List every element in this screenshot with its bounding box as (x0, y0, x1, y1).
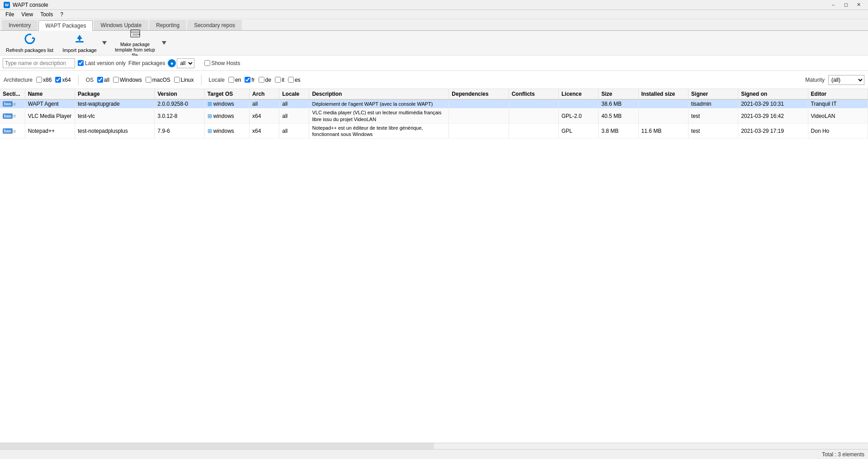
tab-wapt-packages[interactable]: WAPT Packages (38, 20, 93, 31)
col-installed-size[interactable]: Installed size (638, 89, 688, 99)
show-hosts-label: Show Hosts (211, 60, 240, 66)
cell-version: 7.9-6 (155, 123, 204, 139)
show-hosts-checkbox[interactable] (204, 60, 210, 66)
cell-licence: GPL-2.0 (559, 108, 599, 124)
cell-package: test-vlc (75, 108, 155, 124)
col-licence[interactable]: Licence (559, 89, 599, 99)
cell-dependencies (449, 108, 509, 124)
arch-x64-checkbox[interactable] (55, 77, 61, 83)
make-icon (129, 28, 141, 41)
locale-en-item: en (228, 77, 241, 83)
col-dependencies[interactable]: Dependencies (449, 89, 509, 99)
locale-en-checkbox[interactable] (228, 77, 234, 83)
table-row[interactable]: bas e WAPT Agenttest-waptupgrade2.0.0.92… (0, 99, 868, 108)
cell-description: Déploiement de l'agent WAPT (avec la con… (309, 99, 449, 108)
arch-x86-checkbox[interactable] (36, 77, 42, 83)
horizontal-scrollbar[interactable] (0, 443, 868, 449)
col-name[interactable]: Name (25, 89, 75, 99)
table-body: bas e WAPT Agenttest-waptupgrade2.0.0.92… (0, 99, 868, 139)
tab-inventory[interactable]: Inventory (2, 20, 38, 30)
cell-licence (559, 99, 599, 108)
arch-x86-item: x86 (36, 77, 52, 83)
table-row[interactable]: bas e VLC Media Playertest-vlc3.0.12-8 ⊞… (0, 108, 868, 124)
os-linux-label: Linux (181, 77, 194, 83)
menu-view[interactable]: View (18, 10, 37, 19)
os-macos-checkbox[interactable] (146, 77, 151, 83)
col-arch[interactable]: Arch (250, 89, 279, 99)
col-editor[interactable]: Editor (808, 89, 868, 99)
locale-fr-checkbox[interactable] (245, 77, 250, 83)
search-input[interactable] (3, 58, 75, 68)
locale-en-label: en (235, 77, 241, 83)
import-package-button[interactable]: Import package (58, 32, 101, 54)
refresh-label: Refresh packages list (6, 47, 53, 53)
os-all-label: all (104, 77, 109, 83)
cell-description: VLC media player (VLC) est un lecteur mu… (309, 108, 449, 124)
table-row[interactable]: bas e Notepad++test-notepadplusplus7.9-6… (0, 123, 868, 139)
col-section[interactable]: Secti... (0, 89, 25, 99)
menu-bar: File View Tools ? (0, 10, 868, 19)
architecture-label: Architecture (4, 77, 33, 83)
cell-editor: Tranquil IT (808, 99, 868, 108)
arch-bar: Architecture x86 x64 OS all Windows (0, 71, 868, 89)
locale-de-checkbox[interactable] (259, 77, 264, 83)
cell-conflicts (509, 123, 558, 139)
cell-description: Notepad++ est un éditeur de texte libre … (309, 123, 449, 139)
locale-it-label: it (282, 77, 284, 83)
status-bar: Total : 3 elements (0, 449, 868, 459)
maturity-select[interactable]: (all) PROD BETA (828, 75, 864, 85)
locale-label: Locale (209, 77, 225, 83)
cell-signer: test (688, 108, 738, 124)
svg-marker-9 (162, 41, 166, 45)
os-linux-checkbox[interactable] (174, 77, 180, 83)
cell-size: 40.5 MB (599, 108, 638, 124)
os-windows-checkbox[interactable] (113, 77, 119, 83)
menu-tools[interactable]: Tools (37, 10, 57, 19)
separator-1 (78, 75, 79, 85)
tab-secondary-repos[interactable]: Secondary repos (187, 20, 242, 30)
cell-installed-size (638, 99, 688, 108)
col-size[interactable]: Size (599, 89, 638, 99)
os-all-checkbox[interactable] (97, 77, 103, 83)
window-controls: − ◻ ✕ (827, 1, 864, 9)
locale-es-item: es (288, 77, 301, 83)
refresh-icon (24, 33, 36, 47)
last-version-checkbox[interactable] (78, 60, 84, 66)
menu-file[interactable]: File (2, 10, 18, 19)
import-icon (74, 33, 85, 47)
import-label: Import package (62, 47, 97, 53)
cell-section: bas e (0, 99, 25, 108)
col-version[interactable]: Version (155, 89, 204, 99)
col-package[interactable]: Package (75, 89, 155, 99)
filter-packages-select[interactable]: all (177, 58, 194, 68)
cell-size: 3.8 MB (599, 123, 638, 139)
cell-size: 38.6 MB (599, 99, 638, 108)
menu-help[interactable]: ? (57, 10, 67, 19)
arch-x86-label: x86 (43, 77, 52, 83)
cell-dependencies (449, 123, 509, 139)
tab-reporting[interactable]: Reporting (149, 20, 186, 30)
cell-signer: test (688, 123, 738, 139)
cell-dependencies (449, 99, 509, 108)
locale-it-checkbox[interactable] (275, 77, 281, 83)
col-description[interactable]: Description (309, 89, 449, 99)
restore-button[interactable]: ◻ (840, 1, 852, 9)
close-button[interactable]: ✕ (853, 1, 864, 9)
locale-es-checkbox[interactable] (288, 77, 294, 83)
cell-version: 3.0.12-8 (155, 108, 204, 124)
col-targetos[interactable]: Target OS (204, 89, 249, 99)
cell-section: bas e (0, 108, 25, 124)
col-signer[interactable]: Signer (688, 89, 738, 99)
make-package-button[interactable]: Make package template from setup file (109, 32, 160, 54)
col-conflicts[interactable]: Conflicts (509, 89, 558, 99)
import-dropdown-arrow[interactable] (101, 32, 108, 54)
make-dropdown-arrow[interactable] (160, 32, 168, 54)
cell-conflicts (509, 108, 558, 124)
architecture-items: x86 x64 (36, 77, 71, 83)
cell-name: VLC Media Player (25, 108, 75, 124)
col-signed-on[interactable]: Signed on (738, 89, 808, 99)
refresh-packages-button[interactable]: Refresh packages list (2, 32, 57, 54)
minimize-button[interactable]: − (827, 1, 839, 9)
col-locale[interactable]: Locale (279, 89, 309, 99)
arch-x64-label: x64 (62, 77, 71, 83)
